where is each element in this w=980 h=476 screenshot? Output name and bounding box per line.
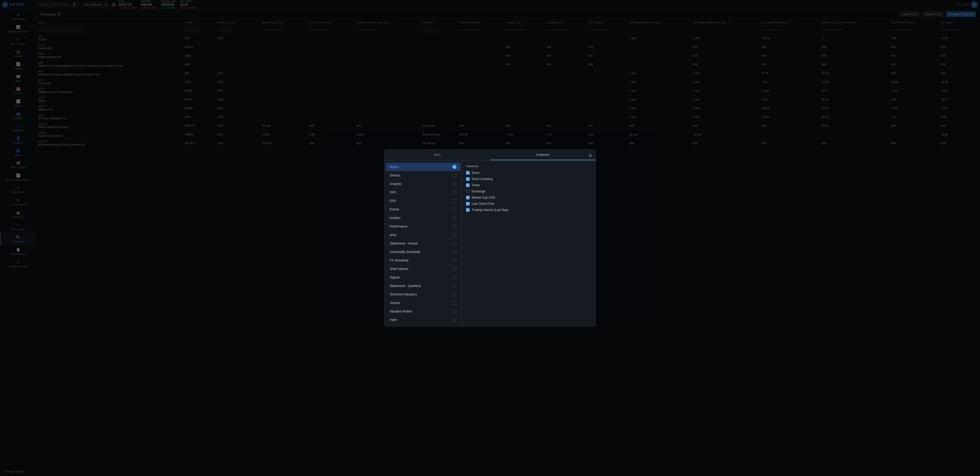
sets-item-label: Volume xyxy=(390,301,400,305)
sets-item-commodity-sensitivity[interactable]: Commodity Sensitivity xyxy=(386,248,461,256)
sets-item-statements-annual[interactable]: Statements - Annual xyxy=(386,239,461,248)
sets-item-label: Statements - Quarterly xyxy=(390,284,421,288)
sets-check-icon xyxy=(452,284,457,288)
modal-body: Basics ✓ Sectors Analysts DPS EPS Events… xyxy=(385,160,595,326)
sets-check-icon xyxy=(452,216,457,220)
sets-check-icon xyxy=(452,233,457,237)
sets-item-label: Insiders xyxy=(390,216,401,220)
sets-item-label: Signals xyxy=(390,276,400,279)
column-label-trading-volume: Trading Volume (Last Day) xyxy=(472,208,508,212)
sets-item-yield[interactable]: Yield xyxy=(386,316,461,324)
column-checkbox-stock-currency[interactable]: ✓ xyxy=(466,177,469,181)
sets-item-label: Sectors xyxy=(390,174,400,177)
sets-item-volume[interactable]: Volume xyxy=(386,299,461,307)
sets-item-label: Performance xyxy=(390,225,407,228)
sets-item-label: Basics xyxy=(390,165,399,169)
sets-item-short-interest[interactable]: Short Interest xyxy=(386,265,461,273)
column-item-market-cap-usd[interactable]: ✓ Market Cap USD xyxy=(466,195,591,201)
sets-item-signals[interactable]: Signals xyxy=(386,273,461,281)
sets-item-statements-quarterly[interactable]: Statements - Quarterly xyxy=(386,282,461,290)
column-checkbox-market-cap-usd[interactable]: ✓ xyxy=(466,196,469,199)
sets-item-price[interactable]: price xyxy=(386,231,461,239)
sets-check-icon xyxy=(452,267,457,271)
sets-item-eps[interactable]: EPS xyxy=(386,197,461,205)
sets-check-icon xyxy=(452,275,457,279)
columns-section-title: Columns xyxy=(466,165,591,168)
sets-item-label: DPS xyxy=(390,190,396,194)
sets-check-icon xyxy=(452,207,457,211)
tab-sets[interactable]: Sets xyxy=(385,150,490,160)
column-item-exchange[interactable]: Exchange xyxy=(466,188,591,195)
modal-tabs: Sets Columns xyxy=(385,150,595,160)
sets-item-analysts[interactable]: Analysts xyxy=(386,180,461,188)
sets-item-basics[interactable]: Basics ✓ xyxy=(386,163,461,171)
sets-item-label: Yield xyxy=(390,318,396,322)
sets-item-insiders[interactable]: Insiders xyxy=(386,214,461,222)
sets-item-label: Valuation Ratios xyxy=(390,309,412,313)
column-label-stock: Stock xyxy=(472,171,479,175)
sets-check-icon xyxy=(452,241,457,246)
column-item-last-close-price[interactable]: ✓ Last Close Price xyxy=(466,201,591,207)
sets-item-label: Commodity Sensitivity xyxy=(390,250,420,254)
sets-check-icon xyxy=(452,318,457,322)
sets-item-label: Statements - Annual xyxy=(390,241,418,245)
column-label-ticker: Ticker xyxy=(472,183,480,187)
sets-item-label: Short Interest xyxy=(390,267,408,271)
sets-check-icon xyxy=(452,292,457,297)
configure-columns-modal: ✕ Sets Columns Basics ✓ Sectors Analysts… xyxy=(0,0,980,476)
modal-dialog: ✕ Sets Columns Basics ✓ Sectors Analysts… xyxy=(384,149,596,327)
sets-check-icon: ✓ xyxy=(452,165,457,169)
sets-item-label: EPS xyxy=(390,199,396,203)
column-label-exchange: Exchange xyxy=(472,190,485,193)
sets-check-icon xyxy=(452,301,457,305)
tab-columns[interactable]: Columns xyxy=(490,150,595,160)
sets-check-icon xyxy=(452,250,457,254)
sets-check-icon xyxy=(452,182,457,186)
sets-item-fx-sensitivity[interactable]: FX Sensitivity xyxy=(386,256,461,265)
column-label-market-cap-usd: Market Cap USD xyxy=(472,196,495,199)
column-label-stock-currency: Stock Currency xyxy=(472,177,493,181)
sets-item-technical-indicators[interactable]: Technical Indicators xyxy=(386,290,461,298)
sets-item-sectors[interactable]: Sectors xyxy=(386,171,461,179)
modal-columns-panel: Columns ✓ Stock ✓ Stock Currency ✓ Ticke… xyxy=(462,160,595,326)
sets-item-label: price xyxy=(390,233,396,237)
sets-check-icon xyxy=(452,199,457,203)
column-checkbox-trading-volume[interactable]: ✓ xyxy=(466,208,469,212)
sets-item-dps[interactable]: DPS xyxy=(386,188,461,197)
sets-item-label: Analysts xyxy=(390,182,401,186)
sets-check-icon xyxy=(452,309,457,314)
column-item-ticker[interactable]: ✓ Ticker xyxy=(466,182,591,188)
sets-check-icon xyxy=(452,259,457,262)
column-checkbox-ticker[interactable]: ✓ xyxy=(466,183,469,187)
column-label-last-close-price: Last Close Price xyxy=(472,202,494,206)
sets-check-icon xyxy=(452,173,457,178)
column-checkbox-exchange[interactable] xyxy=(466,190,469,193)
sets-item-label: Technical Indicators xyxy=(390,293,417,296)
sets-item-valuation-ratios[interactable]: Valuation Ratios xyxy=(386,307,461,316)
column-item-stock[interactable]: ✓ Stock xyxy=(466,170,591,176)
sets-item-label: Events xyxy=(390,208,399,211)
sets-check-icon xyxy=(452,190,457,195)
column-checkbox-last-close-price[interactable]: ✓ xyxy=(466,202,469,206)
column-item-stock-currency[interactable]: ✓ Stock Currency xyxy=(466,176,591,182)
sets-item-performance[interactable]: Performance xyxy=(386,222,461,230)
sets-item-events[interactable]: Events xyxy=(386,205,461,214)
sets-item-label: FX Sensitivity xyxy=(390,259,409,262)
sets-check-icon xyxy=(452,224,457,228)
modal-close-button[interactable]: ✕ xyxy=(589,153,592,159)
column-checkbox-stock[interactable]: ✓ xyxy=(466,171,469,175)
modal-sets-panel: Basics ✓ Sectors Analysts DPS EPS Events… xyxy=(385,160,462,326)
column-item-trading-volume[interactable]: ✓ Trading Volume (Last Day) xyxy=(466,207,591,213)
